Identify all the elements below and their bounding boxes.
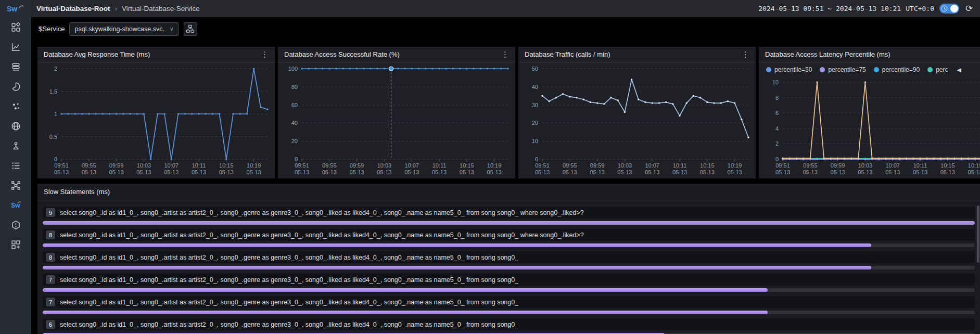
slow-statement-row: 8 select song0_.id as id1_0_, song0_.art… bbox=[43, 229, 975, 247]
svg-text:10:15: 10:15 bbox=[940, 162, 955, 169]
statement-bar-track bbox=[43, 221, 975, 225]
skywalking-logo[interactable]: Sw bbox=[0, 0, 31, 17]
breadcrumb-separator-icon: › bbox=[115, 5, 117, 12]
statement-sql-text: select song0_.id as id1_0_, song0_.artis… bbox=[60, 254, 518, 261]
legend-pager-left-icon[interactable]: ◀ bbox=[957, 67, 961, 73]
legend-item[interactable]: perc bbox=[927, 66, 948, 73]
svg-text:40: 40 bbox=[532, 84, 538, 90]
refresh-icon[interactable]: ⟳ bbox=[965, 3, 975, 14]
auto-refresh-toggle[interactable] bbox=[939, 4, 959, 14]
svg-text:05-13: 05-13 bbox=[645, 169, 659, 175]
statement-value-badge: 6 bbox=[46, 320, 55, 329]
kebab-menu-icon[interactable]: ⋮ bbox=[501, 50, 509, 58]
svg-text:10:19: 10:19 bbox=[247, 162, 261, 169]
menu-list-icon bbox=[11, 161, 21, 171]
statement-sql-text: select song0_.id as id1_0_, song0_.artis… bbox=[60, 321, 518, 328]
svg-text:30: 30 bbox=[532, 102, 538, 108]
sidebar-item-topology[interactable] bbox=[0, 175, 31, 195]
sidebar-item-alarm-hexagon[interactable] bbox=[0, 215, 31, 235]
breadcrumb-root[interactable]: Virtual-Database-Root bbox=[36, 5, 110, 12]
legend-dot-icon bbox=[766, 67, 771, 72]
svg-text:10:15: 10:15 bbox=[460, 162, 474, 169]
svg-text:05-13: 05-13 bbox=[82, 169, 96, 175]
svg-text:10: 10 bbox=[532, 138, 538, 144]
svg-text:10:03: 10:03 bbox=[858, 162, 873, 169]
svg-text:20: 20 bbox=[532, 120, 538, 126]
legend-item[interactable]: percentile=75 bbox=[820, 66, 866, 73]
svg-text:0: 0 bbox=[54, 156, 57, 162]
svg-text:10:15: 10:15 bbox=[700, 162, 715, 169]
sidebar-item-menu-list[interactable] bbox=[0, 156, 31, 175]
legend-item[interactable]: percentile=90 bbox=[874, 66, 920, 73]
svg-text:05-13: 05-13 bbox=[322, 169, 337, 175]
svg-text:09:55: 09:55 bbox=[803, 162, 818, 169]
svg-text:10:07: 10:07 bbox=[164, 162, 179, 169]
legend-dot-icon bbox=[874, 67, 879, 72]
statement-sql-text: select song0_.id as id1_0_, song0_.artis… bbox=[60, 232, 584, 239]
svg-text:10:07: 10:07 bbox=[885, 162, 900, 169]
slow-statement-row: 6 select song0_.id as id1_0_, song0_.art… bbox=[43, 318, 975, 334]
svg-text:8: 8 bbox=[775, 95, 779, 101]
sitemap-icon bbox=[186, 24, 195, 33]
time-range-picker[interactable]: 2024-05-13 09:51 ~ 2024-05-13 10:21 bbox=[758, 5, 901, 12]
slow-statements-title: Slow Statements (ms) bbox=[44, 188, 110, 196]
kebab-menu-icon[interactable]: ⋮ bbox=[742, 50, 749, 58]
service-mesh-pie-icon bbox=[11, 82, 21, 92]
svg-text:05-13: 05-13 bbox=[247, 169, 261, 175]
toolbar: $Service psql.skywalking-showcase.svc. ∨ bbox=[31, 17, 980, 41]
breadcrumb-current: Virtual-Database-Service bbox=[122, 5, 200, 12]
svg-text:10:11: 10:11 bbox=[913, 162, 927, 169]
svg-text:10:11: 10:11 bbox=[673, 162, 687, 169]
legend-label: percentile=90 bbox=[882, 66, 920, 73]
svg-text:10:03: 10:03 bbox=[618, 162, 632, 169]
chart-svg: 0102030405009:5105-1309:5505-1309:5905-1… bbox=[518, 62, 756, 178]
svg-text:09:59: 09:59 bbox=[831, 162, 845, 169]
panel-title: Database Access Latency Percentile (ms) bbox=[765, 50, 890, 58]
sidebar-item-browser-globe[interactable] bbox=[0, 116, 31, 136]
chart-plot: 0102030405009:5105-1309:5505-1309:5905-1… bbox=[518, 62, 756, 178]
legend-dot-icon bbox=[820, 67, 825, 72]
sidebar-item-chart[interactable] bbox=[0, 37, 31, 57]
service-topology-button[interactable] bbox=[184, 22, 197, 36]
svg-text:05-13: 05-13 bbox=[295, 169, 309, 175]
svg-text:09:51: 09:51 bbox=[535, 162, 550, 169]
statement-sql-text: select song0_.id as id1_0_, song0_.artis… bbox=[60, 209, 584, 216]
statement-value-badge: 7 bbox=[46, 275, 55, 284]
chart-plot: 02040608010009:5105-1309:5505-1309:5905-… bbox=[278, 62, 515, 178]
sidebar-item-skywalking[interactable]: Sw bbox=[0, 195, 31, 215]
svg-text:05-13: 05-13 bbox=[164, 169, 179, 175]
slow-statements-panel: Slow Statements (ms) 9 select song0_.id … bbox=[37, 184, 980, 334]
svg-text:05-13: 05-13 bbox=[192, 169, 206, 175]
topology-icon bbox=[11, 181, 21, 190]
svg-text:05-13: 05-13 bbox=[404, 169, 419, 175]
svg-text:10:11: 10:11 bbox=[432, 162, 447, 169]
scrollbar-thumb[interactable] bbox=[977, 205, 979, 263]
svg-text:05-13: 05-13 bbox=[775, 169, 790, 175]
svg-text:2: 2 bbox=[54, 66, 57, 72]
sidebar-item-infrastructure[interactable] bbox=[0, 136, 31, 156]
svg-text:Sw: Sw bbox=[11, 201, 20, 209]
svg-text:05-13: 05-13 bbox=[858, 169, 872, 175]
new-dashboard-icon bbox=[11, 240, 21, 250]
chart-icon bbox=[11, 42, 21, 52]
timezone-label: UTC+0:0 bbox=[906, 5, 934, 12]
statement-bar-track bbox=[43, 311, 975, 314]
sidebar-item-database-layers[interactable] bbox=[0, 57, 31, 76]
skywalking-icon: Sw bbox=[11, 200, 21, 210]
sidebar-item-functions-dots[interactable] bbox=[0, 96, 31, 116]
panel-title: Database Traffic (calls / min) bbox=[525, 50, 610, 58]
sidebar-item-new-dashboard[interactable] bbox=[0, 235, 31, 254]
sidebar-item-service-mesh-pie[interactable] bbox=[0, 76, 31, 96]
chart-panel-2: Database Traffic (calls / min) ⋮01020304… bbox=[518, 47, 756, 178]
legend-item[interactable]: percentile=50 bbox=[766, 66, 812, 73]
svg-text:10:11: 10:11 bbox=[192, 162, 206, 169]
statement-bar-fill bbox=[43, 243, 871, 247]
svg-text:09:55: 09:55 bbox=[82, 162, 96, 169]
chart-svg: 024681009:5105-1309:5505-1309:5905-1310:… bbox=[759, 62, 980, 178]
statement-sql-text: select song0_.id as id1_0_, song0_.artis… bbox=[60, 276, 518, 284]
svg-text:09:59: 09:59 bbox=[109, 162, 124, 169]
sidebar-item-dashboard[interactable] bbox=[0, 17, 31, 37]
service-select[interactable]: psql.skywalking-showcase.svc. ∨ bbox=[69, 22, 179, 36]
kebab-menu-icon[interactable]: ⋮ bbox=[261, 50, 269, 58]
alarm-hexagon-icon bbox=[11, 220, 21, 230]
